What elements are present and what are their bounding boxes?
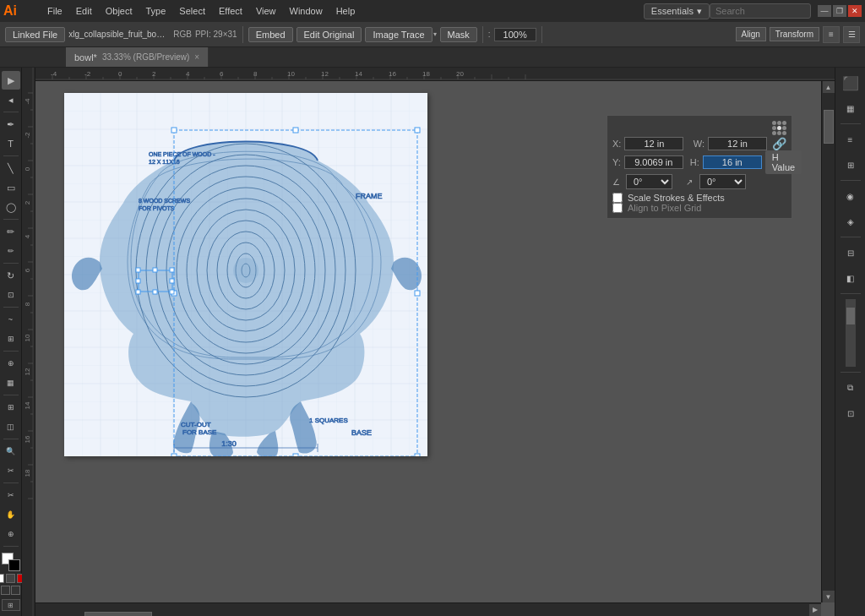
menu-effect[interactable]: Effect: [212, 4, 249, 18]
mesh-tool[interactable]: ⊞: [2, 398, 20, 417]
panels-icon[interactable]: ☰: [843, 26, 860, 43]
align-panel-button[interactable]: ⊟: [839, 241, 862, 264]
scale-strokes-checkbox[interactable]: [612, 193, 623, 203]
selection-tool[interactable]: ▶: [2, 71, 20, 90]
main-area: ▶ ◂ ✒ T ╲ ▭ ◯ ✏ ✏ ↻ ⊡ ~ ⊞ ⊕ ▦ ⊞ ◫ 🔍 ✂ ✂ …: [0, 68, 865, 616]
layers-button[interactable]: ⧉: [839, 376, 862, 400]
artboard-navigation[interactable]: ⊞: [2, 599, 20, 611]
normal-mode-icon[interactable]: [0, 574, 4, 583]
rp-sep-3: [841, 237, 861, 237]
ref-dot-1[interactable]: [772, 121, 776, 125]
scroll-down-button[interactable]: ▼: [823, 591, 835, 602]
transform-panel-button[interactable]: ◧: [839, 266, 862, 290]
canvas-area[interactable]: -4-2 02 46 810 1214 1618 20: [22, 68, 835, 616]
menu-help[interactable]: Help: [329, 4, 362, 18]
menu-window[interactable]: Window: [283, 4, 329, 18]
h-scroll-thumb[interactable]: [84, 612, 152, 617]
libraries-button[interactable]: ⊞: [839, 153, 862, 177]
scale-tool[interactable]: ⊡: [2, 286, 20, 304]
menu-type[interactable]: Type: [139, 4, 173, 18]
workspace-switcher[interactable]: Essentials ▾: [644, 3, 710, 19]
artboards-button[interactable]: ⊡: [839, 401, 862, 425]
ref-dot-5[interactable]: [777, 126, 781, 130]
menu-object[interactable]: Object: [99, 4, 139, 18]
vertical-scrollbar[interactable]: ▲ ▼: [821, 81, 835, 602]
ref-dot-7[interactable]: [772, 131, 776, 135]
graphic-styles-button[interactable]: ◈: [839, 210, 862, 233]
rp-sep-2: [841, 180, 861, 181]
menu-edit[interactable]: Edit: [69, 4, 99, 18]
ref-dot-8[interactable]: [777, 131, 781, 135]
y-input[interactable]: [624, 155, 683, 169]
lt-sep-9: [3, 482, 19, 483]
svg-rect-158: [136, 279, 140, 283]
angle1-select[interactable]: 0° 45° 90°: [626, 174, 672, 189]
angle2-select[interactable]: 0° 45° 90°: [699, 174, 746, 189]
horizontal-scrollbar[interactable]: ◀ ▶: [22, 602, 821, 616]
tab-close-button[interactable]: ×: [194, 52, 199, 62]
svg-rect-148: [171, 128, 177, 133]
transform-button[interactable]: Transform: [770, 27, 819, 41]
rect-tool[interactable]: ▭: [2, 178, 20, 197]
minimize-button[interactable]: —: [818, 5, 831, 17]
symbol-sprayer-tool[interactable]: ⊕: [2, 354, 20, 373]
image-trace-arrow-icon[interactable]: ▾: [433, 30, 437, 38]
menu-view[interactable]: View: [249, 4, 283, 18]
embed-button[interactable]: Embed: [248, 27, 293, 42]
pencil-tool[interactable]: ✏: [2, 242, 20, 260]
drawing-mode-icon[interactable]: [6, 574, 15, 583]
line-tool[interactable]: ╲: [2, 159, 20, 177]
menu-select[interactable]: Select: [172, 4, 212, 18]
scroll-up-button[interactable]: ▲: [823, 81, 835, 93]
ellipse-tool[interactable]: ◯: [2, 198, 20, 216]
ref-dot-2[interactable]: [777, 121, 781, 125]
pen-tool[interactable]: ✒: [2, 115, 20, 134]
appearance-button[interactable]: ◉: [839, 184, 862, 208]
scissors-tool[interactable]: ✂: [2, 486, 20, 504]
blend-tool[interactable]: ✂: [2, 461, 20, 480]
v-scroll-thumb[interactable]: [824, 110, 834, 144]
background-swatch[interactable]: [8, 559, 20, 571]
gradient-panel-button[interactable]: ▦: [839, 96, 862, 120]
close-button[interactable]: ✕: [848, 5, 862, 17]
x-input[interactable]: [624, 137, 683, 150]
link-wh-icon[interactable]: 🔗: [772, 137, 786, 150]
svg-text:1 SQUARES: 1 SQUARES: [309, 417, 348, 424]
align-button[interactable]: Align: [736, 27, 766, 41]
type-tool[interactable]: T: [2, 134, 20, 153]
maximize-button[interactable]: ❐: [833, 5, 846, 17]
search-input[interactable]: [710, 3, 811, 19]
panel-scroll-thumb[interactable]: [846, 308, 855, 324]
color-panel-button[interactable]: ⬛: [839, 71, 862, 95]
w-input[interactable]: [708, 137, 767, 150]
ref-dot-9[interactable]: [782, 131, 786, 135]
paintbrush-tool[interactable]: ✏: [2, 222, 20, 241]
h-input[interactable]: [703, 155, 762, 169]
menu-file[interactable]: File: [41, 4, 69, 18]
document-tab[interactable]: bowl* 33.33% (RGB/Preview) ×: [66, 47, 209, 67]
ref-dot-3[interactable]: [782, 121, 786, 125]
free-transform-tool[interactable]: ⊞: [2, 330, 20, 348]
image-trace-button[interactable]: Image Trace: [365, 27, 432, 42]
gradient-tool[interactable]: ◫: [2, 417, 20, 436]
direct-selection-tool[interactable]: ◂: [2, 90, 20, 109]
stroke-button[interactable]: ≡: [839, 128, 862, 151]
warp-tool[interactable]: ~: [2, 310, 20, 329]
rotate-tool[interactable]: ↻: [2, 266, 20, 285]
linked-file-button[interactable]: Linked File: [5, 27, 65, 42]
mask-button[interactable]: Mask: [440, 27, 477, 42]
column-graph-tool[interactable]: ▦: [2, 373, 20, 392]
ref-dot-6[interactable]: [782, 126, 786, 130]
transform-options-icon[interactable]: ≡: [823, 26, 840, 43]
ref-dot-4[interactable]: [772, 126, 776, 130]
align-pixel-checkbox[interactable]: [612, 203, 623, 213]
scroll-right-button[interactable]: ▶: [809, 604, 821, 616]
zoom-field[interactable]: [494, 28, 536, 41]
screen-mode-1[interactable]: [1, 586, 10, 595]
zoom-tool[interactable]: ⊕: [2, 525, 20, 543]
edit-original-button[interactable]: Edit Original: [296, 27, 362, 42]
eyedropper-tool[interactable]: 🔍: [2, 442, 20, 461]
hand-tool[interactable]: ✋: [2, 505, 20, 524]
screen-mode-2[interactable]: [11, 586, 20, 595]
y-label: Y:: [612, 157, 621, 167]
